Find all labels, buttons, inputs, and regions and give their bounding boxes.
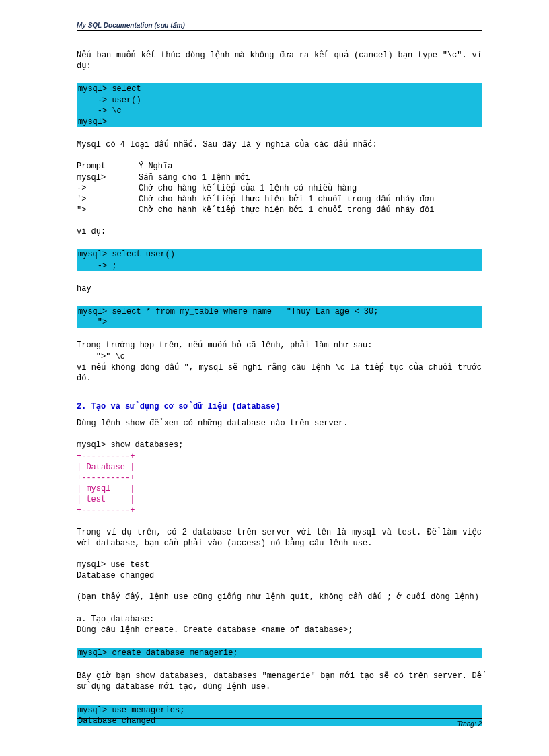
cell: '> xyxy=(77,194,139,205)
cell: Chờ cho hành kế tiếp thực hiện bởi 1 chu… xyxy=(139,194,482,205)
paragraph: mysql> use test Database changed xyxy=(77,559,482,581)
paragraph: (bạn thấy đấy, lệnh use cũng giống như l… xyxy=(77,592,482,603)
page-footer: Trang: 2 xyxy=(77,718,482,728)
paragraph: Nếu bạn muốn kết thúc dòng lệnh mà không… xyxy=(77,50,482,71)
paragraph: Bây giờ bạn show databases, databases "m… xyxy=(77,671,482,692)
code-block: mysql> select -> user() -> \c mysql> xyxy=(77,83,482,127)
cell: Chờ cho hành kế tiếp thực hiện bởi 1 chu… xyxy=(139,205,482,215)
code-block: mysql> select * from my_table where name… xyxy=(77,306,482,328)
paragraph: ">" \c xyxy=(77,351,482,362)
paragraph: Mysql có 4 loại dấu nhắc. Sau đây là ý n… xyxy=(77,139,482,150)
section-heading: 2. Tạo và sử dụng cơ sở dữ liệu (databas… xyxy=(77,401,482,411)
cell: Chờ cho hàng kế tiếp của 1 lệnh có nhiều… xyxy=(139,183,482,194)
code-block: mysql> select user() -> ; xyxy=(77,249,482,271)
cell: Ý Nghĩa xyxy=(139,161,482,172)
cell: "> xyxy=(77,205,139,215)
paragraph: Trong ví dụ trên, có 2 database trên ser… xyxy=(77,527,482,549)
paragraph: vì nếu không đóng dấu ", mysql sẽ nghi r… xyxy=(77,362,482,384)
table-row: '> Chờ cho hành kế tiếp thực hiện bởi 1 … xyxy=(77,194,482,205)
paragraph: Trong trường hợp trên, nếu muốn bỏ cã lệ… xyxy=(77,340,482,351)
paragraph: hay xyxy=(77,283,482,294)
paragraph: a. Tạo database: Dùng câu lệnh create. C… xyxy=(77,614,482,635)
code-block: mysql> create database menagerie; xyxy=(77,648,482,658)
paragraph: Dùng lệnh show để xem có những database … xyxy=(77,418,482,429)
table-row: "> Chờ cho hành kế tiếp thực hiện bởi 1 … xyxy=(77,205,482,215)
paragraph: ví dụ: xyxy=(77,226,482,237)
cell: Sẵn sàng cho 1 lệnh mới xyxy=(139,172,482,183)
prompt-table: Prompt Ý Nghĩa mysql> Sẵn sàng cho 1 lện… xyxy=(77,161,482,215)
db-output: +----------+ | Database | +----------+ |… xyxy=(77,451,482,516)
cell: mysql> xyxy=(77,172,139,183)
table-row: Prompt Ý Nghĩa xyxy=(77,161,482,172)
table-row: mysql> Sẵn sàng cho 1 lệnh mới xyxy=(77,172,482,183)
paragraph: mysql> show databases; xyxy=(77,440,482,450)
cell: -> xyxy=(77,183,139,194)
page-header: My SQL Documentation (sưu tầm) xyxy=(77,22,482,31)
table-row: -> Chờ cho hàng kế tiếp của 1 lệnh có nh… xyxy=(77,183,482,194)
cell: Prompt xyxy=(77,161,139,172)
